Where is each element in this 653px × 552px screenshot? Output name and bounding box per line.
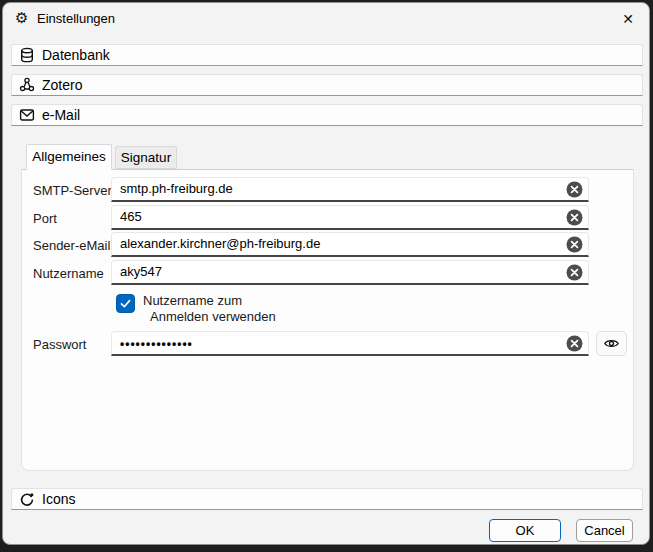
clear-smtp-icon[interactable] — [566, 181, 583, 198]
zotero-icon — [18, 77, 35, 94]
cancel-button[interactable]: Cancel — [576, 519, 633, 542]
ok-button[interactable]: OK — [489, 519, 561, 542]
tab-signatur[interactable]: Signatur — [115, 146, 177, 169]
password-field — [111, 331, 589, 356]
section-icons-label: Icons — [42, 491, 75, 507]
section-zotero[interactable]: Zotero — [11, 74, 643, 96]
refresh-icon — [18, 491, 35, 508]
reveal-password-button[interactable] — [596, 331, 627, 356]
database-icon — [18, 47, 35, 64]
section-datenbank[interactable]: Datenbank — [11, 44, 643, 66]
smtp-server-label: SMTP-Server — [33, 183, 112, 198]
username-field — [111, 260, 589, 285]
mail-icon — [18, 107, 35, 124]
use-username-label-line2: Anmelden verwenden — [150, 309, 276, 324]
settings-dialog: ⚙ Einstellungen ✕ Datenbank Zotero — [2, 2, 650, 545]
title-bar: ⚙ Einstellungen ✕ — [3, 3, 649, 35]
clear-port-icon[interactable] — [566, 209, 583, 226]
gear-icon: ⚙ — [15, 10, 28, 26]
port-field — [111, 205, 589, 230]
port-input[interactable] — [120, 206, 560, 227]
window-title: Einstellungen — [37, 3, 115, 34]
port-label: Port — [33, 211, 57, 226]
section-datenbank-label: Datenbank — [42, 47, 110, 63]
use-username-checkbox[interactable] — [116, 294, 135, 313]
password-label: Passwort — [33, 337, 86, 352]
section-zotero-label: Zotero — [42, 77, 82, 93]
clear-password-icon[interactable] — [566, 335, 583, 352]
section-email-label: e-Mail — [42, 107, 80, 123]
sender-email-input[interactable] — [120, 233, 560, 254]
sender-email-field — [111, 232, 589, 257]
username-label: Nutzername — [33, 266, 104, 281]
use-username-label-line1: Nutzername zum — [143, 293, 242, 308]
close-button[interactable]: ✕ — [615, 7, 641, 31]
sender-email-label: Sender-eMail — [33, 238, 110, 253]
username-input[interactable] — [120, 261, 560, 282]
section-email[interactable]: e-Mail — [11, 104, 643, 126]
eye-icon — [603, 335, 620, 352]
clear-sender-icon[interactable] — [566, 236, 583, 253]
check-icon — [119, 297, 132, 310]
smtp-server-input[interactable] — [120, 178, 560, 199]
password-input[interactable] — [120, 333, 560, 354]
clear-username-icon[interactable] — [566, 264, 583, 281]
section-icons[interactable]: Icons — [11, 488, 643, 510]
smtp-server-field — [111, 177, 589, 202]
tab-allgemeines[interactable]: Allgemeines — [26, 144, 112, 170]
